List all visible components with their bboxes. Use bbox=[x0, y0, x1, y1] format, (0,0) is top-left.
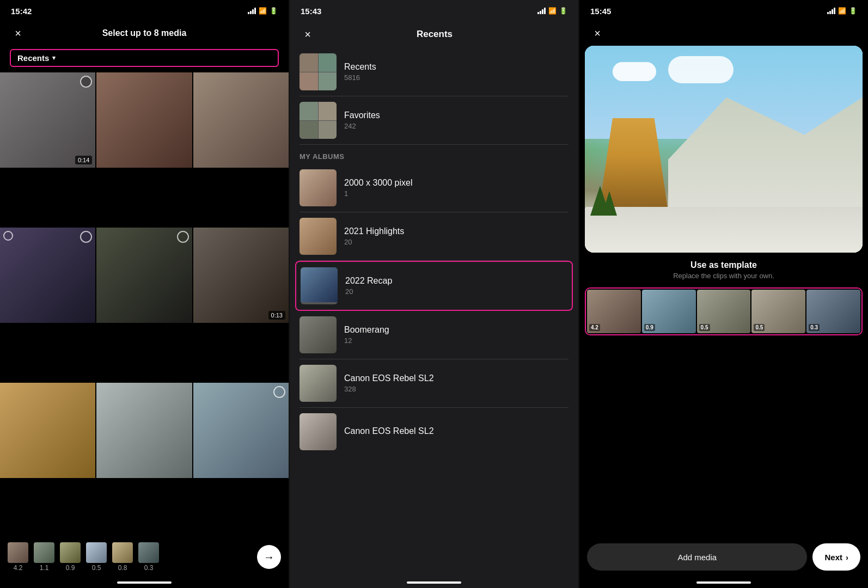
photo-cell[interactable] bbox=[0, 228, 95, 323]
album-thumbnail bbox=[299, 102, 337, 139]
album-thumbnail bbox=[299, 218, 337, 255]
recents-label: Recents bbox=[17, 53, 49, 63]
photo-cell[interactable] bbox=[96, 383, 192, 478]
next-button[interactable]: Next › bbox=[812, 543, 860, 571]
clip-item-2[interactable]: 0.9 bbox=[642, 290, 696, 333]
album-item-recents[interactable]: Recents 5816 bbox=[290, 48, 578, 96]
battery-icon-2: 🔋 bbox=[559, 7, 567, 15]
album-info: Canon EOS Rebel SL2 328 bbox=[344, 373, 569, 393]
clip-item-3[interactable]: 0.5 bbox=[697, 290, 751, 333]
album-name: 2021 Highlights bbox=[344, 226, 569, 236]
photo-cell[interactable] bbox=[0, 383, 95, 478]
template-label: Use as template Replace the clips with y… bbox=[579, 260, 868, 280]
album-name: 2022 Recap bbox=[345, 276, 567, 286]
clip-duration: 0.9 bbox=[66, 564, 75, 572]
album-info: Favorites 242 bbox=[344, 111, 569, 130]
video-duration: 0:14 bbox=[75, 156, 92, 164]
close-button-1[interactable]: × bbox=[10, 25, 26, 41]
album-count: 328 bbox=[344, 385, 569, 393]
album-thumbnail bbox=[299, 413, 337, 450]
next-label: Next bbox=[824, 553, 842, 562]
home-bar-2 bbox=[290, 577, 578, 588]
home-bar-1 bbox=[0, 577, 289, 588]
album-item-2021-highlights[interactable]: 2021 Highlights 20 bbox=[290, 212, 578, 260]
panel3-header: × bbox=[579, 20, 868, 46]
close-button-3[interactable]: × bbox=[589, 25, 606, 41]
album-info: 2022 Recap 20 bbox=[345, 276, 567, 296]
album-count: 12 bbox=[344, 336, 569, 345]
album-count: 242 bbox=[344, 122, 569, 130]
album-name: 2000 x 3000 pixel bbox=[344, 178, 569, 188]
album-item-2022-recap[interactable]: 2022 Recap 20 bbox=[295, 261, 573, 311]
album-name: Canon EOS Rebel SL2 bbox=[344, 426, 569, 436]
battery-icon-1: 🔋 bbox=[270, 7, 278, 15]
clip-strip: 4.2 0.9 0.5 0.5 0.3 bbox=[586, 289, 861, 334]
strip-clip-1[interactable]: 4.2 bbox=[8, 542, 28, 572]
clip-item-5[interactable]: 0.3 bbox=[806, 290, 860, 333]
strip-clip-5[interactable]: 0.8 bbox=[112, 542, 133, 572]
panel1-header: × Select up to 8 media bbox=[0, 20, 289, 46]
album-item-canon-1[interactable]: Canon EOS Rebel SL2 328 bbox=[290, 359, 578, 407]
photo-cell[interactable] bbox=[193, 383, 289, 478]
clip-item-1[interactable]: 4.2 bbox=[587, 290, 641, 333]
panel-album-picker: 15:43 📶 🔋 × Recents Recents bbox=[290, 0, 578, 588]
clip-duration: 0.5 bbox=[92, 564, 101, 572]
next-icon: › bbox=[846, 553, 848, 562]
clip-duration: 4.2 bbox=[14, 564, 23, 572]
panel-media-select: 15:42 📶 🔋 × Select up to 8 media Recents… bbox=[0, 0, 289, 588]
bottom-clip-strip: 4.2 1.1 0.9 0.5 0.8 0.3 → bbox=[0, 537, 289, 577]
wifi-icon-3: 📶 bbox=[838, 7, 846, 15]
home-indicator bbox=[696, 581, 751, 584]
page-title-1: Select up to 8 media bbox=[26, 28, 262, 38]
hero-template-image bbox=[585, 46, 863, 253]
status-icons-2: 📶 🔋 bbox=[537, 7, 567, 15]
album-list: Recents 5816 Favorites 242 MY ALBUMS bbox=[290, 48, 578, 577]
album-count: 20 bbox=[345, 287, 567, 296]
album-item-favorites[interactable]: Favorites 242 bbox=[290, 96, 578, 144]
close-button-2[interactable]: × bbox=[299, 26, 316, 42]
photo-grid: 0:14 0:13 bbox=[0, 72, 289, 537]
strip-clip-3[interactable]: 0.9 bbox=[60, 542, 81, 572]
clip-duration-3: 0.5 bbox=[699, 324, 710, 331]
album-info: 2021 Highlights 20 bbox=[344, 226, 569, 246]
album-item-canon-2[interactable]: Canon EOS Rebel SL2 bbox=[290, 408, 578, 456]
clip-duration-5: 0.3 bbox=[809, 324, 820, 331]
clip-duration-2: 0.9 bbox=[644, 324, 655, 331]
status-icons-3: 📶 🔋 bbox=[827, 7, 857, 15]
album-name: Canon EOS Rebel SL2 bbox=[344, 373, 569, 383]
photo-cell[interactable]: 0:14 bbox=[0, 72, 95, 168]
photo-cell[interactable] bbox=[96, 72, 192, 168]
photo-cell[interactable] bbox=[96, 228, 192, 323]
clip-item-4[interactable]: 0.5 bbox=[751, 290, 805, 333]
album-thumbnail bbox=[299, 169, 337, 206]
album-info: Boomerang 12 bbox=[344, 325, 569, 345]
strip-clip-4[interactable]: 0.5 bbox=[86, 542, 107, 572]
signal-icon-1 bbox=[248, 8, 256, 14]
panel2-header: × Recents bbox=[290, 20, 578, 48]
album-count: 5816 bbox=[344, 74, 569, 82]
panel3-actions: Add media Next › bbox=[579, 537, 868, 577]
battery-icon-3: 🔋 bbox=[849, 7, 857, 15]
signal-icon-3 bbox=[827, 8, 835, 14]
album-count: 1 bbox=[344, 189, 569, 198]
album-item-2000x3000[interactable]: 2000 x 3000 pixel 1 bbox=[290, 164, 578, 212]
template-title: Use as template bbox=[579, 260, 868, 270]
status-bar-3: 15:45 📶 🔋 bbox=[579, 0, 868, 20]
photo-cell[interactable]: 0:13 bbox=[193, 228, 289, 323]
album-item-boomerang[interactable]: Boomerang 12 bbox=[290, 311, 578, 359]
album-name: Favorites bbox=[344, 111, 569, 120]
time-2: 15:43 bbox=[301, 7, 321, 16]
strip-clip-2[interactable]: 1.1 bbox=[34, 542, 54, 572]
signal-icon-2 bbox=[537, 8, 546, 14]
album-thumbnail bbox=[301, 267, 338, 304]
circle-indicator bbox=[177, 231, 189, 243]
dot-indicator bbox=[3, 231, 13, 241]
album-name: Boomerang bbox=[344, 325, 569, 335]
photo-cell[interactable] bbox=[193, 72, 289, 168]
recents-dropdown-button[interactable]: Recents ▾ bbox=[10, 49, 279, 67]
strip-clip-6[interactable]: 0.3 bbox=[138, 542, 159, 572]
add-media-button[interactable]: Add media bbox=[587, 543, 807, 571]
next-arrow-button[interactable]: → bbox=[257, 545, 281, 569]
home-indicator bbox=[407, 581, 461, 584]
time-1: 15:42 bbox=[11, 7, 32, 16]
